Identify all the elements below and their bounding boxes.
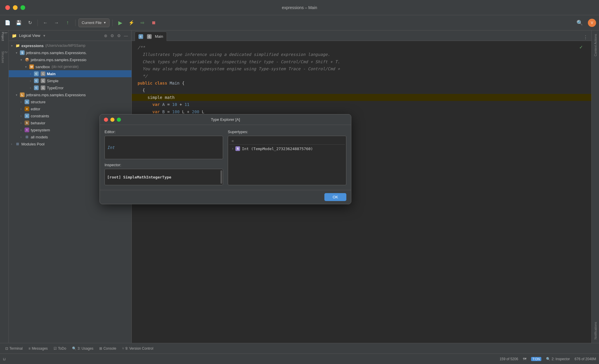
tree-item-l[interactable]: ▾ L jetbrains.mps.samples.Expressions <box>9 91 131 98</box>
toolbar-separator-3 <box>112 20 113 26</box>
current-file-label: Current File <box>82 20 102 25</box>
dialog-right-panel: Supertypes: « › N Int (TempModel_2732362… <box>228 130 346 185</box>
folder-icon: 📁 <box>15 43 20 48</box>
tree-item-root[interactable]: ▾ 📁 expressions (/Users/vaclav/MPSSamp <box>9 42 131 49</box>
stop-button[interactable]: ⏹ <box>149 19 158 27</box>
map-icon-item[interactable]: 🗺 <box>523 357 526 361</box>
user-avatar[interactable]: V <box>588 19 596 27</box>
todo-button[interactable]: ☑ ToDo <box>51 345 69 352</box>
dialog-maximize-button[interactable] <box>117 118 121 122</box>
allmodels-icon: ⊞ <box>25 135 29 139</box>
run-button[interactable]: ▶ <box>116 19 125 27</box>
panel-header: 📁 Logical View ▼ ⊕ ⚙ ⚙ — <box>9 30 131 41</box>
forward-button[interactable]: → <box>52 19 61 27</box>
class-c2-icon-main: ℒ <box>41 71 45 76</box>
dialog-body: Editor: Int Inspector: [root] SimpleMath… <box>100 125 351 190</box>
expand-button[interactable]: ⊔ <box>3 357 6 361</box>
ok-button[interactable]: OK <box>324 193 346 201</box>
expand-icon: ⊔ <box>3 357 6 361</box>
tree-item-simple[interactable]: › C ℒ Simple <box>9 77 131 84</box>
right-sidebar: Context Actions Notifications <box>591 30 599 343</box>
notifications-label[interactable]: Notifications <box>593 320 598 342</box>
line-count: 159 of 5206 <box>499 357 518 361</box>
tree-item-typeerror[interactable]: › C ℒ TypeError <box>9 84 131 91</box>
panel-add-button[interactable]: ⊕ <box>103 33 108 39</box>
build-button[interactable]: ⚡ <box>127 19 136 27</box>
usages-label: 3: Usages <box>78 346 93 351</box>
refresh-button[interactable]: ↻ <box>25 19 35 27</box>
tree-item-main-label: Main <box>47 72 56 76</box>
messages-label: Messages <box>32 346 48 351</box>
editor-tab-main[interactable]: C ℒ Main <box>135 32 167 41</box>
search-toolbar-button[interactable]: 🔍 <box>575 19 584 27</box>
editor-tabs: C ℒ Main ⋮ <box>132 30 591 41</box>
inspector-value: [root] SimpleMathIntegerType <box>107 175 171 179</box>
back-button[interactable]: ← <box>41 19 50 27</box>
editor-box: Int <box>105 136 223 159</box>
bottom-toolbar: ⊡ Terminal ≡ Messages ☑ ToDo 🔍 3: Usages… <box>0 343 599 353</box>
navigate-button[interactable]: ↑ <box>63 19 72 27</box>
memory-usage[interactable]: 676 of 2048M <box>575 357 596 361</box>
typesystem-icon: t <box>25 128 29 132</box>
dialog-close-button[interactable] <box>104 118 108 122</box>
chevron-down-icon[interactable]: ▼ <box>43 34 46 37</box>
close-button[interactable] <box>5 5 10 10</box>
supertypes-expand-arrow: › <box>232 147 234 151</box>
tree-item-2[interactable]: ▾ 📦 jetbrains.mps.samples.Expressio <box>9 56 131 63</box>
tree-item-main[interactable]: › C ℒ Main <box>9 70 131 77</box>
status-right: 159 of 5206 🗺 T:ON 🔍 2: Inspector 676 of… <box>499 357 596 361</box>
minimize-button[interactable] <box>13 5 18 10</box>
tab-options-button[interactable]: ⋮ <box>583 34 588 41</box>
terminal-button[interactable]: ⊡ Terminal <box>3 345 25 352</box>
current-file-dropdown[interactable]: Current File ▼ <box>78 18 109 27</box>
editor-tab-main-label: Main <box>155 34 163 39</box>
back-arrows-icon[interactable]: « <box>232 138 234 143</box>
version-control-button[interactable]: ⑂ 9: Version Control <box>120 345 155 352</box>
code-line-9: var A = 10 + 11 <box>132 101 591 108</box>
tree-item-editor[interactable]: › e editor <box>9 105 131 112</box>
tree-arrow-root: ▾ <box>11 44 15 47</box>
tab-options-area: ⋮ <box>583 34 588 41</box>
side-icons: 1: Project 2: Structure <box>0 30 9 343</box>
tree-item-1[interactable]: ▾ S jetbrains.mps.samples.Expressions. <box>9 49 131 56</box>
title-bar: expressions – Main <box>0 0 599 15</box>
usages-button[interactable]: 🔍 3: Usages <box>70 345 96 352</box>
code-line-2: Illustrates type inference using a dedic… <box>132 51 591 58</box>
code-line-5: */ <box>132 73 591 80</box>
terminal-label: Terminal <box>9 346 23 351</box>
sidebar-icon-project[interactable]: 1: Project <box>1 33 8 40</box>
code-line-8: simple math <box>132 94 591 101</box>
save-button[interactable]: 💾 <box>14 19 23 27</box>
console-button[interactable]: ⊞ Console <box>97 345 119 352</box>
panel-settings-button[interactable]: ⚙ <box>117 33 121 39</box>
debug-button[interactable]: ⇨ <box>138 19 147 27</box>
tree-arrow-typeerror: › <box>30 86 34 90</box>
supertypes-header: « <box>229 137 345 145</box>
tab-l-icon: ℒ <box>147 34 152 39</box>
dialog-minimize-button[interactable] <box>110 118 114 122</box>
context-actions-label[interactable]: Context Actions <box>593 32 598 59</box>
dialog-footer: OK <box>100 190 351 204</box>
tree-arrow-main: › <box>30 72 34 75</box>
checkmark-icon: ✓ <box>579 44 583 50</box>
sidebar-icon-structure[interactable]: 2: Structure <box>1 53 8 61</box>
tree-arrow-typesystem: › <box>20 128 25 132</box>
panel-collapse-button[interactable]: — <box>123 33 129 39</box>
inspector-scrollbar[interactable] <box>220 170 222 184</box>
tree-item-structure[interactable]: › s structure <box>9 98 131 105</box>
line-info[interactable]: 159 of 5206 <box>499 357 518 361</box>
maximize-button[interactable] <box>20 5 25 10</box>
class-c2-icon-typeerror: ℒ <box>41 85 45 90</box>
tree-item-sandbox[interactable]: ▾ M sandbox (do not generate) <box>9 63 131 70</box>
todo-icon: ☑ <box>54 346 57 351</box>
supertypes-item[interactable]: › N Int (TempModel_273236248875760) <box>229 145 345 153</box>
inspector-icon: 🔍 <box>546 357 550 361</box>
inspector-status[interactable]: 🔍 2: Inspector <box>546 357 570 361</box>
panel-filter-button[interactable]: ⚙ <box>110 33 115 39</box>
messages-button[interactable]: ≡ Messages <box>26 345 50 352</box>
tree-arrow-2: ▾ <box>20 58 25 61</box>
new-file-button[interactable]: 📄 <box>3 19 12 27</box>
tree-arrow-allmodels: › <box>20 135 25 139</box>
ton-badge[interactable]: T:ON <box>531 357 541 361</box>
todo-label: ToDo <box>58 346 66 351</box>
